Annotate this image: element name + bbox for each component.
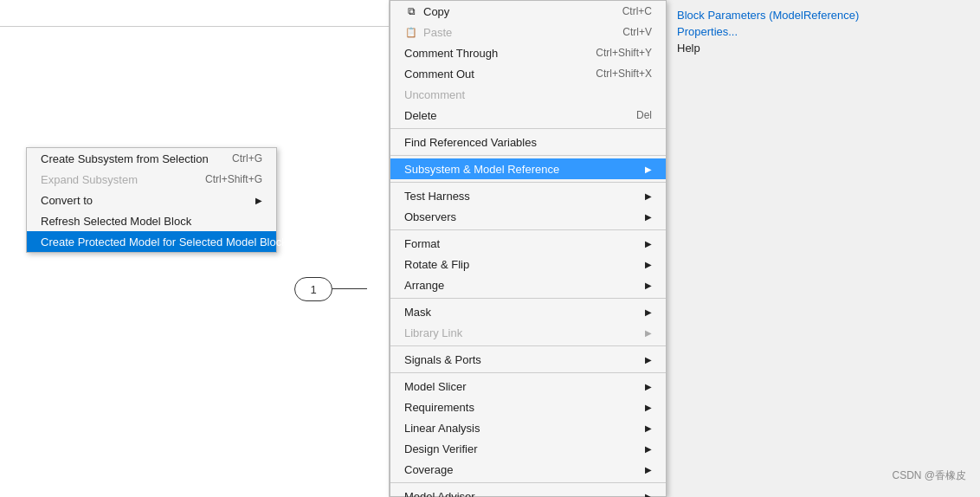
- delete-shortcut: Del: [636, 109, 652, 121]
- paste-left: Paste: [404, 25, 452, 39]
- properties-link[interactable]: Properties...: [677, 23, 970, 40]
- menu-item-delete[interactable]: Delete Del: [390, 105, 666, 126]
- menu-item-model-advisor[interactable]: Model Advisor: [390, 486, 666, 497]
- menu-item-comment-out[interactable]: Comment Out Ctrl+Shift+X: [390, 63, 666, 84]
- separator-6: [390, 345, 666, 346]
- separator-7: [390, 372, 666, 373]
- menu-item-subsystem-model-ref[interactable]: Subsystem & Model Reference: [390, 158, 666, 179]
- menu-item-paste: Paste Ctrl+V: [390, 22, 666, 42]
- create-subsystem-label: Create Subsystem from Selection: [41, 152, 209, 165]
- separator-8: [390, 482, 666, 483]
- far-right-panel: Block Parameters (ModelReference) Proper…: [667, 0, 980, 497]
- canvas-hline: [0, 26, 390, 27]
- requirements-label: Requirements: [404, 401, 474, 414]
- copy-shortcut: Ctrl+C: [622, 5, 652, 17]
- design-verifier-label: Design Verifier: [404, 442, 478, 455]
- signals-ports-label: Signals & Ports: [404, 353, 481, 366]
- separator-4: [390, 229, 666, 230]
- comment-through-label: Comment Through: [404, 47, 498, 60]
- menu-item-refresh-model[interactable]: Refresh Selected Model Block: [27, 210, 276, 231]
- separator-2: [390, 155, 666, 156]
- menu-item-create-protected[interactable]: Create Protected Model for Selected Mode…: [27, 231, 276, 252]
- expand-subsystem-label: Expand Subsystem: [41, 173, 138, 186]
- menu-item-create-subsystem[interactable]: Create Subsystem from Selection Ctrl+G: [27, 148, 276, 169]
- menu-item-comment-through[interactable]: Comment Through Ctrl+Shift+Y: [390, 42, 666, 63]
- block-line: [332, 288, 367, 289]
- copy-label: Copy: [423, 5, 449, 18]
- coverage-label: Coverage: [404, 463, 453, 476]
- help-link[interactable]: Help: [677, 40, 970, 56]
- observers-label: Observers: [404, 210, 456, 223]
- copy-icon: [404, 4, 418, 18]
- copy-left: Copy: [404, 4, 449, 18]
- paste-label: Paste: [423, 26, 452, 39]
- menu-item-uncomment: Uncomment: [390, 84, 666, 105]
- comment-out-label: Comment Out: [404, 68, 474, 81]
- menu-item-coverage[interactable]: Coverage: [390, 459, 666, 480]
- linear-analysis-label: Linear Analysis: [404, 422, 480, 435]
- rotate-flip-label: Rotate & Flip: [404, 258, 469, 271]
- block-label: 1: [310, 283, 316, 296]
- block-circle: 1: [294, 277, 332, 301]
- watermark: CSDN @香橡皮: [892, 468, 966, 483]
- comment-through-shortcut: Ctrl+Shift+Y: [596, 47, 652, 59]
- right-context-menu: Copy Ctrl+C Paste Ctrl+V Comment Through…: [390, 0, 667, 497]
- menu-item-copy[interactable]: Copy Ctrl+C: [390, 1, 666, 22]
- paste-shortcut: Ctrl+V: [622, 26, 652, 38]
- menu-item-design-verifier[interactable]: Design Verifier: [390, 438, 666, 459]
- menu-item-requirements[interactable]: Requirements: [390, 397, 666, 417]
- menu-item-find-referenced[interactable]: Find Referenced Variables: [390, 132, 666, 152]
- menu-item-test-harness[interactable]: Test Harness: [390, 185, 666, 206]
- left-context-menu: Create Subsystem from Selection Ctrl+G E…: [26, 147, 277, 253]
- library-link-label: Library Link: [404, 326, 462, 339]
- menu-item-observers[interactable]: Observers: [390, 206, 666, 227]
- menu-item-convert-to[interactable]: Convert to: [27, 190, 276, 210]
- separator-5: [390, 298, 666, 299]
- test-harness-label: Test Harness: [404, 190, 470, 203]
- menu-item-model-slicer[interactable]: Model Slicer: [390, 376, 666, 397]
- find-referenced-label: Find Referenced Variables: [404, 136, 537, 149]
- menu-item-expand-subsystem: Expand Subsystem Ctrl+Shift+G: [27, 169, 276, 190]
- menu-item-library-link: Library Link: [390, 322, 666, 343]
- separator-1: [390, 128, 666, 129]
- menu-item-arrange[interactable]: Arrange: [390, 274, 666, 295]
- expand-subsystem-shortcut: Ctrl+Shift+G: [205, 173, 262, 185]
- menu-item-linear-analysis[interactable]: Linear Analysis: [390, 417, 666, 438]
- refresh-model-label: Refresh Selected Model Block: [41, 215, 191, 228]
- separator-3: [390, 182, 666, 183]
- subsystem-model-ref-label: Subsystem & Model Reference: [404, 163, 559, 176]
- menu-item-mask[interactable]: Mask: [390, 301, 666, 322]
- delete-label: Delete: [404, 109, 437, 122]
- create-subsystem-shortcut: Ctrl+G: [232, 152, 262, 165]
- convert-to-label: Convert to: [41, 194, 93, 207]
- format-label: Format: [404, 237, 440, 250]
- arrange-label: Arrange: [404, 279, 444, 292]
- menu-item-rotate-flip[interactable]: Rotate & Flip: [390, 254, 666, 274]
- create-protected-label: Create Protected Model for Selected Mode…: [41, 236, 297, 248]
- menu-item-format[interactable]: Format: [390, 233, 666, 254]
- menu-item-signals-ports[interactable]: Signals & Ports: [390, 349, 666, 370]
- block-params-link[interactable]: Block Parameters (ModelReference): [677, 7, 970, 23]
- model-advisor-label: Model Advisor: [404, 490, 475, 498]
- mask-label: Mask: [404, 306, 431, 319]
- model-slicer-label: Model Slicer: [404, 380, 467, 393]
- uncomment-label: Uncomment: [404, 88, 465, 101]
- paste-icon: [404, 25, 418, 39]
- block-container: 1: [294, 277, 332, 301]
- comment-out-shortcut: Ctrl+Shift+X: [596, 68, 652, 80]
